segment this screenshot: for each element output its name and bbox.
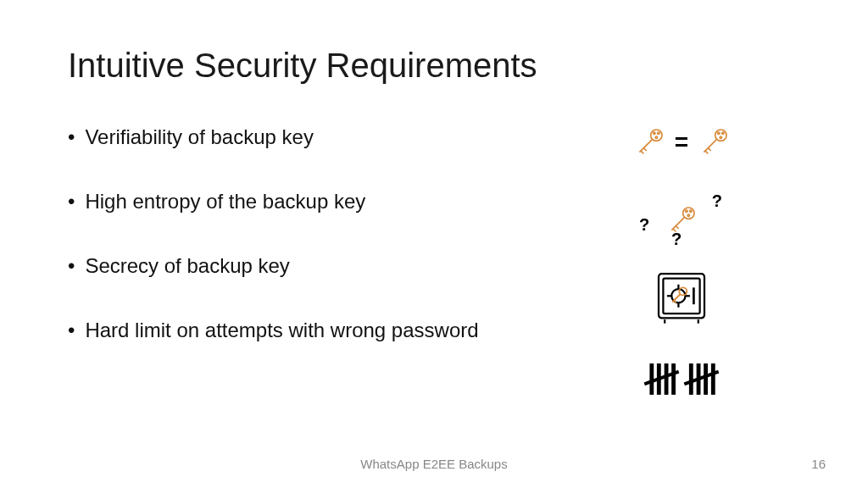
equals-sign: = xyxy=(675,129,688,156)
bullet-text: Verifiability of backup key xyxy=(85,125,313,149)
question-mark-icon: ? xyxy=(639,215,649,235)
svg-line-13 xyxy=(709,148,711,151)
safe-icon xyxy=(651,268,712,329)
page-number: 16 xyxy=(811,457,826,471)
svg-point-9 xyxy=(722,132,724,134)
slide: Intuitive Security Requirements Verifiab… xyxy=(0,0,868,488)
key-icon xyxy=(697,125,731,159)
bullet-item: Hard limit on attempts with wrong passwo… xyxy=(68,319,546,342)
bullet-list: Verifiability of backup key High entropy… xyxy=(68,119,546,400)
question-mark-icon: ? xyxy=(712,191,722,211)
bullet-item: High entropy of the backup key xyxy=(68,190,546,214)
attempts-graphic: |||||||| xyxy=(563,352,800,400)
svg-rect-21 xyxy=(659,274,704,318)
svg-point-14 xyxy=(683,208,694,219)
svg-point-0 xyxy=(650,130,661,141)
svg-line-20 xyxy=(676,226,678,229)
bullet-text: Hard limit on attempts with wrong passwo… xyxy=(85,319,478,342)
bullet-text: High entropy of the backup key xyxy=(85,190,365,214)
svg-point-7 xyxy=(715,130,726,141)
svg-point-1 xyxy=(653,132,654,134)
tally-icon: |||||||| xyxy=(642,358,721,395)
svg-point-15 xyxy=(686,210,687,212)
svg-line-6 xyxy=(643,148,646,151)
slide-body: Verifiability of backup key High entropy… xyxy=(68,119,800,400)
entropy-graphic: ? ? ? xyxy=(563,197,800,244)
slide-footer: WhatsApp E2EE Backups xyxy=(0,457,868,471)
secrecy-graphic xyxy=(563,274,800,322)
svg-line-32 xyxy=(672,295,680,302)
svg-point-16 xyxy=(690,210,692,212)
slide-title: Intuitive Security Requirements xyxy=(68,47,800,85)
svg-point-10 xyxy=(720,136,721,138)
svg-point-3 xyxy=(655,136,657,138)
svg-line-12 xyxy=(705,151,708,153)
svg-point-8 xyxy=(718,132,720,134)
bullet-item: Secrecy of backup key xyxy=(68,254,546,278)
verifiability-graphic: = xyxy=(563,119,800,166)
svg-point-17 xyxy=(687,214,689,216)
svg-point-2 xyxy=(657,132,659,134)
icon-column: = xyxy=(563,119,800,400)
key-icon xyxy=(632,125,666,159)
bullet-item: Verifiability of backup key xyxy=(68,125,546,149)
bullet-text: Secrecy of backup key xyxy=(85,254,289,278)
svg-line-5 xyxy=(641,151,643,153)
question-mark-icon: ? xyxy=(671,230,682,249)
